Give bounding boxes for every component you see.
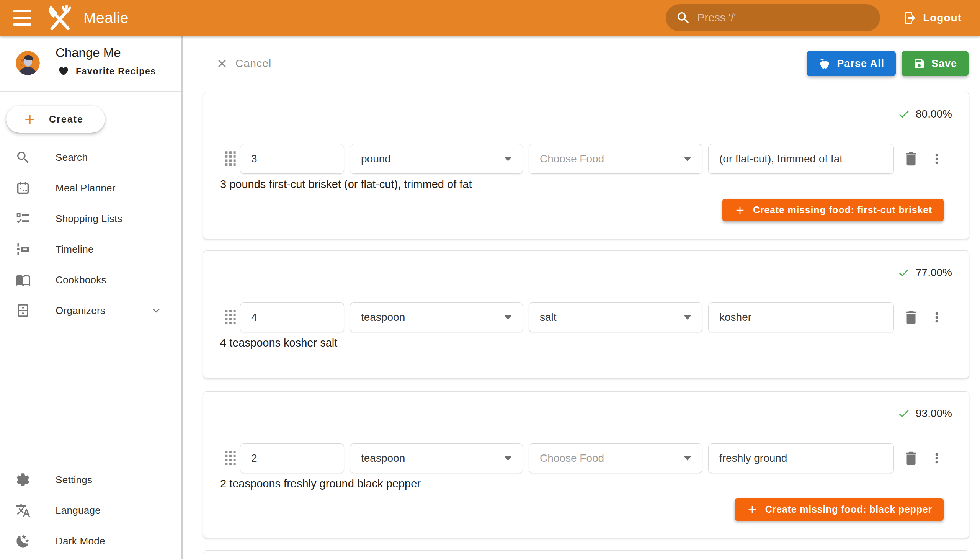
check-icon xyxy=(897,108,910,121)
ingredient-fields: teaspoon salt xyxy=(225,303,944,332)
unit-select[interactable]: pound xyxy=(350,144,523,174)
toolbar-actions: Parse All Save xyxy=(807,51,968,76)
sidebar-item-timeline[interactable]: Timeline xyxy=(0,234,183,265)
delete-button[interactable] xyxy=(902,150,920,168)
gear-icon xyxy=(15,472,31,488)
ingredient-parser-page: Cancel Parse All Save xyxy=(183,36,980,559)
dropdown-caret-icon xyxy=(684,456,691,461)
confidence-indicator: 77.00% xyxy=(897,266,952,279)
moon-icon xyxy=(15,533,31,549)
logout-icon xyxy=(903,11,917,25)
search-placeholder: Press '/' xyxy=(697,12,736,24)
sidebar-item-cookbooks[interactable]: Cookbooks xyxy=(0,265,183,295)
original-ingredient-text: 4 teaspoons kosher salt xyxy=(220,337,337,349)
open-book-icon xyxy=(15,272,31,288)
trash-icon xyxy=(902,150,920,168)
favorite-recipes-link[interactable]: Favorite Recipes xyxy=(58,66,156,76)
unit-select[interactable]: teaspoon xyxy=(350,443,523,473)
kebab-icon xyxy=(929,151,944,167)
check-icon xyxy=(897,266,910,279)
check-icon xyxy=(897,407,910,420)
logout-button[interactable]: Logout xyxy=(903,11,962,25)
ingredient-fields: pound Choose Food xyxy=(225,144,944,174)
save-button[interactable]: Save xyxy=(902,51,968,76)
ingredient-card-partial xyxy=(203,550,969,559)
sidebar-item-meal-planner[interactable]: Meal Planner xyxy=(0,173,183,203)
profile-name: Change Me xyxy=(56,46,121,60)
create-missing-food-button[interactable]: Create missing food: first-cut brisket xyxy=(722,199,944,221)
delete-button[interactable] xyxy=(902,309,920,326)
sidebar-item-shopping-lists[interactable]: Shopping Lists xyxy=(0,203,183,234)
original-ingredient-text: 2 teaspoons freshly ground black pepper xyxy=(220,478,421,490)
dropdown-caret-icon xyxy=(504,157,512,161)
trash-icon xyxy=(902,309,920,326)
trash-icon xyxy=(902,450,920,467)
quantity-input[interactable] xyxy=(251,452,333,465)
app-header: Mealie Press '/' Logout xyxy=(0,0,980,36)
timeline-icon xyxy=(15,241,31,257)
food-select[interactable]: Choose Food xyxy=(529,144,702,174)
more-options-button[interactable] xyxy=(929,151,944,167)
app-title: Mealie xyxy=(83,10,129,26)
apple-icon xyxy=(818,58,831,70)
kebab-icon xyxy=(929,310,944,325)
drawer-icon xyxy=(15,303,31,318)
drag-handle-icon[interactable] xyxy=(225,450,236,466)
close-icon xyxy=(215,57,228,70)
cancel-button[interactable]: Cancel xyxy=(215,51,271,76)
sidebar-nav: Search Meal Planner xyxy=(0,142,183,326)
search-icon xyxy=(676,10,691,26)
delete-button[interactable] xyxy=(902,450,920,467)
dropdown-caret-icon xyxy=(684,157,691,161)
dropdown-caret-icon xyxy=(684,315,691,320)
sidebar-item-search[interactable]: Search xyxy=(0,142,183,173)
calendar-icon xyxy=(15,180,31,196)
unit-select[interactable]: teaspoon xyxy=(350,303,523,332)
food-select[interactable]: salt xyxy=(529,303,702,332)
sidebar-scrollbar[interactable] xyxy=(181,36,183,559)
sidebar-divider xyxy=(0,91,183,91)
note-input[interactable] xyxy=(719,452,883,465)
create-button[interactable]: Create xyxy=(6,106,105,133)
sidebar-footer: Settings Language Dark Mode xyxy=(0,465,183,556)
create-missing-food-button[interactable]: Create missing food: black pepper xyxy=(735,498,944,521)
parse-all-button[interactable]: Parse All xyxy=(807,51,896,76)
note-input[interactable] xyxy=(719,153,883,165)
sidebar-item-settings[interactable]: Settings xyxy=(0,465,183,495)
ingredient-card: 77.00% teaspoon xyxy=(203,250,969,378)
ingredient-card: 80.00% pound xyxy=(203,92,969,239)
kebab-icon xyxy=(929,451,944,466)
sidebar: Change Me Favorite Recipes Create Search xyxy=(0,36,183,559)
plus-icon xyxy=(734,204,746,216)
confidence-value: 80.00% xyxy=(916,108,952,120)
more-options-button[interactable] xyxy=(929,451,944,466)
content-top-divider xyxy=(203,42,980,43)
sidebar-item-dark-mode[interactable]: Dark Mode xyxy=(0,526,183,556)
sidebar-item-organizers[interactable]: Organizers xyxy=(0,295,183,326)
ingredient-list: 80.00% pound xyxy=(203,92,969,559)
ingredient-fields: teaspoon Choose Food xyxy=(225,443,944,473)
more-options-button[interactable] xyxy=(929,310,944,325)
plus-icon xyxy=(746,503,759,516)
quantity-input[interactable] xyxy=(251,153,333,165)
mealie-app: Mealie Press '/' Logout xyxy=(0,0,980,559)
sidebar-item-language[interactable]: Language xyxy=(0,495,183,526)
mealie-logo-icon xyxy=(45,3,75,33)
drag-handle-icon[interactable] xyxy=(225,151,236,167)
confidence-indicator: 80.00% xyxy=(897,108,952,121)
confidence-value: 93.00% xyxy=(916,407,952,420)
translate-icon xyxy=(15,503,31,518)
profile-section: Change Me Favorite Recipes xyxy=(0,36,183,91)
note-input[interactable] xyxy=(719,311,883,324)
food-select[interactable]: Choose Food xyxy=(529,443,702,473)
menu-icon[interactable] xyxy=(13,10,31,26)
quantity-input[interactable] xyxy=(251,311,333,324)
save-icon xyxy=(913,58,925,70)
search-bar[interactable]: Press '/' xyxy=(666,4,880,31)
drag-handle-icon[interactable] xyxy=(225,309,236,326)
plus-icon xyxy=(22,112,38,127)
original-ingredient-text: 3 pounds first-cut brisket (or flat-cut)… xyxy=(220,178,472,191)
heart-icon xyxy=(58,66,69,76)
avatar[interactable] xyxy=(16,51,40,75)
checklist-icon xyxy=(15,211,31,226)
